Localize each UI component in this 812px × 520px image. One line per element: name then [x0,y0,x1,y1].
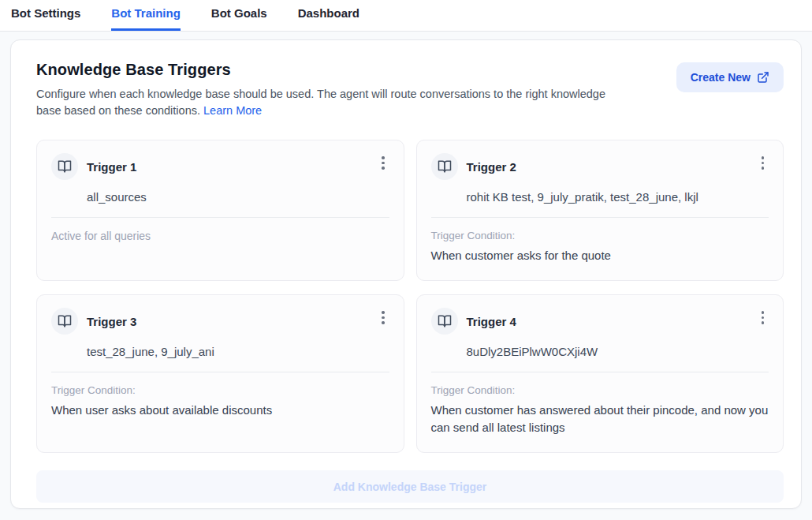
book-open-icon [431,153,458,180]
kebab-menu-icon[interactable] [377,153,389,173]
trigger-sources: all_sources [87,190,389,204]
create-new-label: Create New [691,71,751,84]
trigger-sources: test_28_june, 9_july_ani [87,345,389,358]
kebab-menu-icon[interactable] [757,308,769,327]
trigger-card-footer: Active for all queries [51,217,389,242]
trigger-condition-label: Trigger Condition: [431,384,769,396]
book-open-icon [51,153,78,180]
trigger-sources: rohit KB test, 9_july_pratik, test_28_ju… [467,190,769,204]
trigger-card-header: Trigger 2 [431,153,769,180]
trigger-card-footer: Trigger Condition: When user asks about … [51,372,389,419]
tab-bar: Bot Settings Bot Training Bot Goals Dash… [0,0,812,32]
trigger-name: Trigger 3 [87,315,377,328]
trigger-name: Trigger 1 [87,160,377,174]
external-link-icon [757,71,769,84]
trigger-condition-label: Trigger Condition: [51,384,389,396]
trigger-card-3: Trigger 3 test_28_june, 9_july_ani Trigg… [36,294,404,453]
tab-dashboard[interactable]: Dashboard [298,0,359,31]
trigger-sources: 8uDly2BEiPlwW0CXji4W [467,345,769,358]
tab-bot-training[interactable]: Bot Training [111,0,181,31]
description-line-2-text: base based on these conditions. [36,104,200,117]
panel-header: Knowledge Base Triggers Configure when e… [36,61,784,119]
book-open-icon [51,308,78,335]
trigger-card-header: Trigger 4 [431,308,769,335]
trigger-card-grid: Trigger 1 all_sources Active for all que… [36,140,784,453]
trigger-status: Active for all queries [51,230,389,242]
trigger-card-4: Trigger 4 8uDly2BEiPlwW0CXji4W Trigger C… [416,294,784,453]
book-open-icon [431,308,458,335]
trigger-card-footer: Trigger Condition: When customer asks fo… [431,217,769,264]
kebab-menu-icon[interactable] [377,308,389,327]
trigger-name: Trigger 4 [467,315,757,328]
trigger-condition: When customer asks for the quote [431,247,769,264]
panel-description: Configure when each knowledge base shoul… [36,86,605,119]
trigger-condition: When user asks about available discounts [51,402,389,419]
trigger-card-footer: Trigger Condition: When customer has ans… [431,372,769,436]
trigger-card-header: Trigger 3 [51,308,389,335]
trigger-card-2: Trigger 2 rohit KB test, 9_july_pratik, … [416,140,784,281]
trigger-name: Trigger 2 [467,160,757,174]
trigger-condition: When customer has answered about their p… [431,402,769,436]
trigger-condition-label: Trigger Condition: [431,230,769,241]
page-title: Knowledge Base Triggers [36,61,605,79]
knowledge-base-triggers-panel: Knowledge Base Triggers Configure when e… [10,39,802,509]
panel-header-text: Knowledge Base Triggers Configure when e… [36,61,605,119]
description-line-1: Configure when each knowledge base shoul… [36,86,605,103]
trigger-card-1: Trigger 1 all_sources Active for all que… [36,140,404,281]
learn-more-link[interactable]: Learn More [203,104,262,117]
trigger-card-header: Trigger 1 [51,153,389,180]
create-new-button[interactable]: Create New [676,62,784,92]
tab-bot-settings[interactable]: Bot Settings [11,0,80,31]
add-knowledge-base-trigger-button[interactable]: Add Knowledge Base Trigger [36,470,784,503]
kebab-menu-icon[interactable] [757,153,769,173]
tab-bot-goals[interactable]: Bot Goals [211,0,267,31]
description-line-2: base based on these conditions. Learn Mo… [36,103,605,119]
